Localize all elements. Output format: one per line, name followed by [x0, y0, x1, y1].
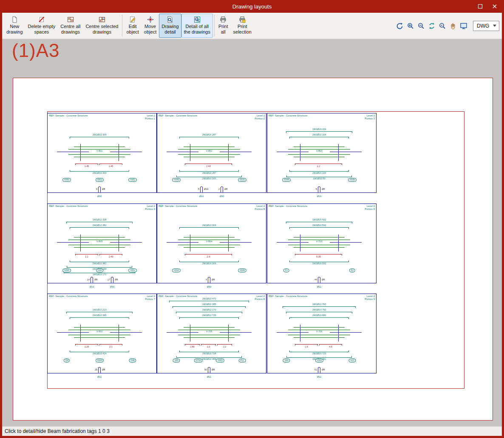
drawing-ref: REF: Sample - Concrete Structure [269, 114, 307, 117]
stirrup-icon [318, 277, 320, 283]
fabrication-tag[interactable]: N949 [62, 268, 71, 272]
format-select[interactable]: DWG [473, 21, 499, 31]
full-screen-button[interactable] [459, 21, 468, 31]
rebar-line [68, 245, 130, 245]
sheet: REF: Sample - Concrete StructureLevel 2P… [13, 78, 493, 421]
drawing-ref: REF: Sample - Concrete Structure [269, 205, 307, 207]
print-all-button[interactable]: Print all [216, 14, 231, 38]
fabrication-tag[interactable]: N902 [216, 359, 224, 362]
drawing-panel[interactable]: REF: Sample - Concrete StructureLevel 2P… [157, 203, 266, 283]
move-object-button[interactable]: Move object [142, 14, 159, 38]
level-label: Level 2 [365, 295, 375, 298]
stirrup-icon [111, 277, 113, 283]
support-line [228, 235, 229, 251]
fabrication-tag[interactable]: N49 [173, 359, 180, 362]
span-dim-label: 2.2 [217, 345, 232, 348]
centre-selected-drawings-button[interactable]: Centre selected drawings [83, 14, 121, 38]
stirrup-bar-label: Ø8 [212, 278, 215, 281]
rebar-line [74, 237, 125, 237]
fabrication-tag[interactable]: N901 [128, 268, 137, 272]
drawing-panel[interactable]: REF: Sample - Concrete StructureLevel 2P… [47, 203, 157, 283]
fabrication-tag[interactable]: N902 [315, 359, 324, 362]
fabrication-tag[interactable]: P11 [239, 359, 246, 362]
drawing-panel[interactable]: REF: Sample - Concrete StructureLevel 2P… [47, 113, 157, 193]
zoom-real-size-button[interactable] [438, 21, 447, 31]
fabrication-tag[interactable]: D2 [349, 268, 355, 272]
support-line [228, 325, 229, 342]
stirrup-icon [208, 277, 210, 283]
dim-bottom-label: 2W2Ø12 465 [176, 358, 242, 360]
fabrication-tag[interactable]: D8 [64, 359, 70, 362]
stirrup-spacing-label: Ø11 [311, 285, 328, 288]
button-label: Centre selected [85, 24, 118, 29]
drawing-panel[interactable]: REF: Sample - Concrete StructureLevel 2P… [267, 113, 377, 193]
drawing-panel[interactable]: REF: Sample - Concrete StructureLevel 2P… [267, 203, 377, 283]
dim-top-label: 2W2Ø12 382 [70, 224, 129, 226]
drawing-ref: REF: Sample - Concrete Structure [49, 114, 88, 117]
span-dim-label: 1,6 [295, 345, 318, 348]
drawing-panel[interactable]: REF: Sample - Concrete StructureLevel 2P… [157, 294, 266, 373]
fabrication-tag[interactable]: N950 [62, 178, 71, 182]
print-selection-button[interactable]: Print selection [231, 14, 254, 38]
delete-empty-spaces-button[interactable]: Delete empty spaces [25, 14, 58, 38]
rebar-line [184, 247, 235, 248]
fabrication-tag[interactable]: N75H [194, 359, 203, 362]
portico-label: Pórtico 6 [365, 208, 375, 211]
fabrication-tag[interactable]: N918 [172, 268, 181, 272]
drawing-detail-button[interactable]: Drawing detail [159, 14, 181, 38]
fabrication-tag[interactable]: N948 [282, 178, 291, 182]
dim-top-label: 2W2Ø10 680 [289, 314, 349, 316]
drawing-ref: REF: Sample - Concrete Structure [269, 295, 307, 297]
fabrication-tag[interactable]: N951 [128, 178, 137, 182]
drawing-panel[interactable]: REF: Sample - Concrete StructureLevel 2P… [157, 113, 266, 193]
rebar-line [184, 237, 235, 237]
span-dim-label: 4,5 [319, 345, 342, 348]
fabrication-tag[interactable]: N902 [96, 178, 104, 182]
new-drawing-icon [11, 15, 18, 24]
centre-all-drawings-button[interactable]: Centre all drawings [58, 14, 83, 38]
dim-bottom-label: 1W1Ø10 50 [286, 177, 352, 180]
drawing-panel[interactable]: REF: Sample - Concrete StructureLevel 2P… [267, 294, 377, 373]
edit-object-button[interactable]: Edit object [124, 14, 141, 38]
stirrup-icon [98, 367, 101, 373]
beam-label: V-803 [309, 150, 330, 153]
level-label: Level 2 [145, 205, 155, 208]
fabrication-tag[interactable]: N44 [96, 268, 103, 272]
fabrication-tag[interactable]: N945 [172, 178, 181, 182]
redraw-button[interactable] [427, 21, 436, 31]
beam-label: V-802 [198, 150, 220, 153]
button-label: drawings [93, 29, 111, 35]
drawing-canvas[interactable]: (1)A3 REF: Sample - Concrete StructureLe… [2, 39, 502, 427]
beam-label: V-801 [89, 150, 110, 153]
new-drawing-button[interactable]: New drawing [4, 14, 25, 38]
drawing-level: Level 2Pórtico 5 [255, 205, 265, 211]
fabrication-tag[interactable]: N48 [129, 359, 136, 362]
centre-selected-drawings-icon [99, 15, 105, 24]
fabrication-tag[interactable]: N948 [238, 268, 246, 272]
pan-button[interactable] [448, 21, 458, 31]
fabrication-tag[interactable]: N930 [238, 178, 246, 182]
dim-top-label: 1W1Ø16 592 [286, 218, 352, 221]
rebar-line [294, 157, 345, 157]
support-line [80, 325, 81, 342]
stirrup-count: 5 [198, 188, 199, 190]
detail-of-all-drawings-button[interactable]: Detail of all the drawings [181, 14, 213, 38]
zoom-out-button[interactable] [416, 21, 426, 31]
fabrication-tag[interactable]: D1 [283, 268, 289, 272]
fabrication-tag[interactable]: N935 [348, 178, 357, 182]
zoom-previous-button[interactable] [395, 21, 405, 31]
fabrication-tag[interactable]: N949 [96, 359, 104, 362]
fabrication-tag[interactable]: N49 [283, 359, 290, 362]
zoom-window-button[interactable] [406, 21, 415, 31]
button-label: object [144, 29, 156, 35]
level-label: Level 2 [365, 205, 375, 208]
stirrup-count: 9 [96, 188, 97, 190]
dim-top-label: 2W2Ø12 725 [179, 314, 239, 316]
dim-bottom-label: 2W2Ø16 720 [289, 352, 349, 355]
span-dim-label: 2.43 [185, 165, 232, 167]
full-screen-icon [460, 22, 467, 30]
stirrup-icon [318, 187, 320, 193]
dim-top-label: 1W1Ø12 700 [283, 303, 356, 305]
fabrication-tag[interactable]: N13 [348, 359, 356, 362]
drawing-panel[interactable]: REF: Sample - Concrete StructureLevel 2P… [47, 294, 157, 373]
